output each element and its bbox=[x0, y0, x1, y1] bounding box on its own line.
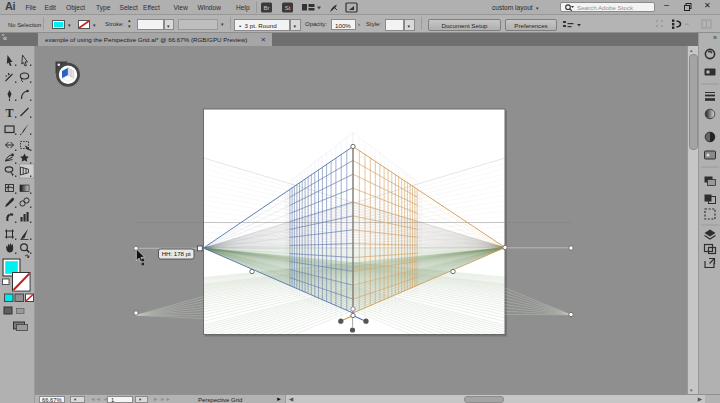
svg-text:T: T bbox=[5, 106, 13, 120]
svg-text:HH: 178 pt: HH: 178 pt bbox=[162, 250, 191, 257]
